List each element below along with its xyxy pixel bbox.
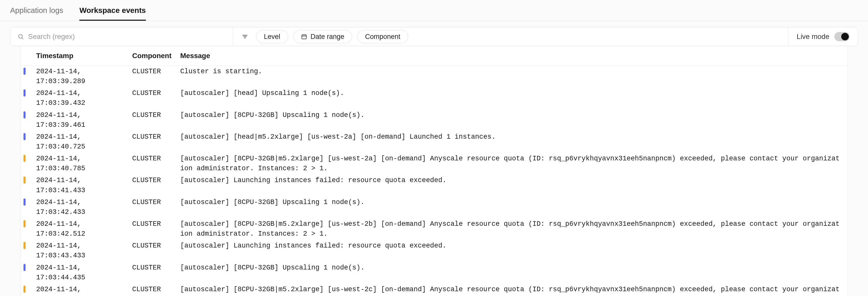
events-table: Timestamp Component Message 2024-11-14, …: [20, 46, 848, 296]
component-filter-button[interactable]: Component: [357, 30, 408, 43]
col-message: Message: [180, 52, 842, 60]
toggle-knob: [841, 33, 849, 40]
cell-timestamp: 2024-11-14, 17:03:41.433: [36, 175, 127, 195]
svg-line-1: [22, 38, 23, 39]
tab-application-logs[interactable]: Application logs: [10, 6, 63, 21]
cell-timestamp: 2024-11-14, 17:03:39.432: [36, 88, 127, 108]
table-row[interactable]: 2024-11-14, 17:03:42.433CLUSTER[autoscal…: [21, 197, 847, 218]
severity-indicator: [24, 176, 26, 184]
severity-indicator: [24, 242, 26, 249]
severity-indicator: [24, 111, 26, 119]
cell-message: [autoscaler] [8CPU-32GB] Upscaling 1 nod…: [180, 263, 842, 273]
level-filter-button[interactable]: Level: [256, 30, 288, 43]
cell-timestamp: 2024-11-14, 17:03:44.517: [36, 285, 127, 296]
cell-message: [autoscaler] [head|m5.2xlarge] [us-west-…: [180, 132, 842, 142]
level-filter-label: Level: [264, 33, 280, 41]
cell-message: [autoscaler] Launching instances failed:…: [180, 175, 842, 185]
live-mode: Live mode: [788, 27, 858, 46]
cell-component: CLUSTER: [132, 241, 175, 251]
svg-point-0: [19, 34, 22, 38]
table-row[interactable]: 2024-11-14, 17:03:42.512CLUSTER[autoscal…: [21, 218, 847, 240]
date-range-filter-button[interactable]: Date range: [293, 30, 352, 43]
cell-message: [autoscaler] [8CPU-32GB] Upscaling 1 nod…: [180, 197, 842, 207]
severity-indicator: [24, 155, 26, 162]
table-row[interactable]: 2024-11-14, 17:03:39.461CLUSTER[autoscal…: [21, 109, 847, 131]
cell-component: CLUSTER: [132, 67, 175, 76]
cell-component: CLUSTER: [132, 285, 175, 294]
live-mode-label: Live mode: [797, 33, 829, 41]
table-row[interactable]: 2024-11-14, 17:03:40.725CLUSTER[autoscal…: [21, 131, 847, 153]
filter-icon[interactable]: [239, 31, 251, 43]
toolbar-container: Level Date range Component Live mode Tim…: [0, 21, 868, 296]
severity-indicator: [24, 220, 26, 227]
cell-timestamp: 2024-11-14, 17:03:40.725: [36, 132, 127, 152]
cell-message: [autoscaler] Launching instances failed:…: [180, 241, 842, 251]
table-row[interactable]: 2024-11-14, 17:03:44.435CLUSTER[autoscal…: [21, 262, 847, 284]
cell-message: Cluster is starting.: [180, 67, 842, 76]
tabs-bar: Application logs Workspace events: [0, 0, 868, 21]
severity-indicator: [24, 264, 26, 271]
severity-indicator: [24, 90, 26, 96]
table-row[interactable]: 2024-11-14, 17:03:41.433CLUSTER[autoscal…: [21, 174, 847, 196]
cell-message: [autoscaler] [8CPU-32GB|m5.2xlarge] [us-…: [180, 219, 842, 239]
table-row[interactable]: 2024-11-14, 17:03:44.517CLUSTER[autoscal…: [21, 284, 847, 296]
table-row[interactable]: 2024-11-14, 17:03:43.433CLUSTER[autoscal…: [21, 240, 847, 262]
search-box: [10, 27, 233, 46]
table-row[interactable]: 2024-11-14, 17:03:39.432CLUSTER[autoscal…: [21, 88, 847, 109]
table-header: Timestamp Component Message: [21, 46, 847, 66]
cell-timestamp: 2024-11-14, 17:03:42.512: [36, 219, 127, 239]
cell-component: CLUSTER: [132, 197, 175, 207]
date-range-filter-label: Date range: [311, 33, 344, 41]
live-mode-toggle[interactable]: [834, 32, 849, 41]
cell-component: CLUSTER: [132, 154, 175, 164]
cell-component: CLUSTER: [132, 132, 175, 142]
component-filter-label: Component: [365, 33, 400, 41]
severity-indicator: [24, 199, 26, 205]
tab-workspace-events[interactable]: Workspace events: [80, 6, 146, 21]
filters: Level Date range Component: [233, 30, 788, 43]
table-row[interactable]: 2024-11-14, 17:03:40.785CLUSTER[autoscal…: [21, 153, 847, 174]
severity-indicator: [24, 133, 26, 140]
cell-timestamp: 2024-11-14, 17:03:39.289: [36, 67, 127, 86]
svg-rect-5: [302, 35, 306, 39]
table-body: 2024-11-14, 17:03:39.289CLUSTERCluster i…: [21, 66, 847, 296]
cell-message: [autoscaler] [8CPU-32GB|m5.2xlarge] [us-…: [180, 285, 842, 296]
cell-component: CLUSTER: [132, 175, 175, 185]
severity-indicator: [24, 286, 26, 293]
search-input[interactable]: [28, 33, 225, 41]
cell-message: [autoscaler] [8CPU-32GB|m5.2xlarge] [us-…: [180, 154, 842, 173]
search-icon: [18, 33, 24, 40]
calendar-icon: [301, 34, 307, 40]
severity-indicator: [24, 68, 26, 75]
table-row[interactable]: 2024-11-14, 17:03:39.289CLUSTERCluster i…: [21, 66, 847, 88]
cell-timestamp: 2024-11-14, 17:03:44.435: [36, 263, 127, 283]
cell-component: CLUSTER: [132, 263, 175, 273]
cell-component: CLUSTER: [132, 219, 175, 229]
col-component: Component: [132, 52, 175, 60]
cell-message: [autoscaler] [head] Upscaling 1 node(s).: [180, 88, 842, 98]
cell-timestamp: 2024-11-14, 17:03:42.433: [36, 197, 127, 217]
toolbar: Level Date range Component Live mode: [10, 27, 858, 46]
cell-timestamp: 2024-11-14, 17:03:40.785: [36, 154, 127, 173]
cell-timestamp: 2024-11-14, 17:03:43.433: [36, 241, 127, 261]
col-timestamp: Timestamp: [36, 52, 127, 60]
cell-component: CLUSTER: [132, 110, 175, 120]
cell-message: [autoscaler] [8CPU-32GB] Upscaling 1 nod…: [180, 110, 842, 120]
cell-timestamp: 2024-11-14, 17:03:39.461: [36, 110, 127, 130]
cell-component: CLUSTER: [132, 88, 175, 98]
